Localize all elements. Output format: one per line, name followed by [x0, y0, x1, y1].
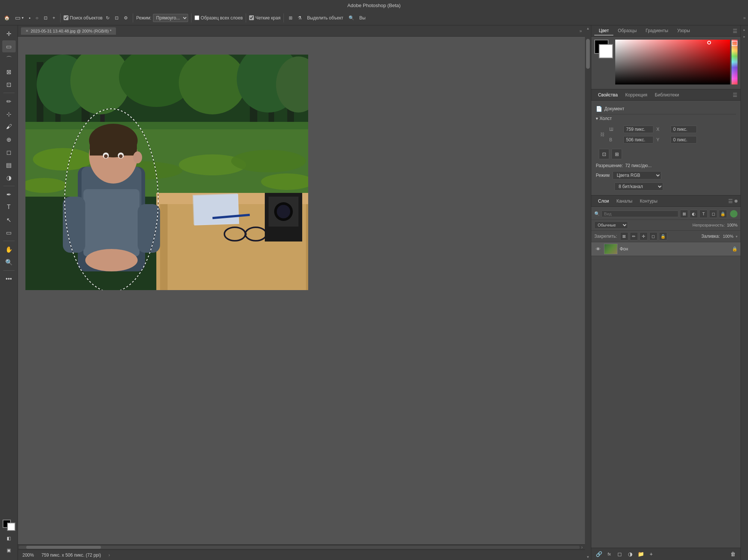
tab-paths[interactable]: Контуры	[636, 197, 661, 205]
marquee-tool[interactable]: ▭	[2, 40, 16, 52]
fx-btn[interactable]: fx	[605, 550, 614, 559]
grid-button[interactable]: ⊞	[287, 14, 294, 22]
settings-button[interactable]: ⚙	[122, 14, 130, 22]
collapse-color-btn[interactable]: ▸	[742, 27, 748, 33]
move-tool[interactable]: ✛	[2, 28, 16, 40]
blend-mode-select[interactable]: Обычные	[594, 221, 628, 229]
group-btn[interactable]: 📁	[636, 550, 645, 559]
dodge-tool[interactable]: ◑	[2, 172, 16, 184]
zoom-tool[interactable]: 🔍	[2, 256, 16, 268]
flask-button[interactable]: ⚗	[296, 14, 304, 22]
tab-patterns[interactable]: Узоры	[673, 27, 695, 36]
search-checkbox[interactable]: Поиск объектов	[64, 15, 103, 21]
lock-paint-btn[interactable]: ✏	[630, 232, 638, 240]
color-panel-menu[interactable]: ☰	[733, 28, 738, 34]
tab-libraries[interactable]: Библиотеки	[651, 91, 683, 99]
height-input[interactable]	[623, 136, 653, 144]
mask-btn[interactable]: ◻	[615, 550, 624, 559]
canvas-wrapper[interactable]	[18, 37, 585, 544]
color-gradient-container[interactable]	[615, 40, 738, 84]
tab-channels[interactable]: Каналы	[613, 197, 636, 205]
y-input[interactable]	[671, 136, 697, 144]
tab-gradients[interactable]: Градиенты	[641, 27, 672, 36]
path-select-tool[interactable]: ↖	[2, 214, 16, 226]
bg-color-swatch[interactable]	[7, 523, 15, 531]
status-expand-btn[interactable]: ›	[108, 553, 110, 558]
v-scrollbar-thumb[interactable]	[586, 39, 590, 69]
all-layers-checkbox[interactable]: Образец всех слоев	[194, 15, 243, 21]
text-tool[interactable]: T	[2, 201, 16, 213]
tab-swatches[interactable]: Образцы	[613, 27, 641, 36]
magic-wand-tool[interactable]: ⊠	[2, 66, 16, 78]
collapse-tabs-btn[interactable]: »	[579, 28, 582, 34]
filter-smart-btn[interactable]: 🔒	[719, 210, 727, 218]
saturation-brightness-gradient[interactable]	[615, 40, 730, 84]
search-icon-btn[interactable]: 🔍	[347, 14, 356, 22]
eyedropper-tool[interactable]: ✏	[2, 95, 16, 107]
document-tab[interactable]: ✕ 2023-05-31 13.40.48.jpg @ 200% (RGB/8)…	[21, 27, 116, 35]
mode-dropdown[interactable]: Цвета RGB	[613, 171, 661, 179]
filter-toggle[interactable]	[730, 210, 738, 218]
delete-layer-btn[interactable]: 🗑	[729, 550, 738, 559]
collapse-props-btn[interactable]: ▸	[742, 34, 748, 40]
layer-item-fon[interactable]: 👁 Фон 🔒	[591, 242, 741, 256]
filter-adjust-btn[interactable]: ◐	[690, 210, 698, 218]
crop-tool[interactable]: ⊡	[2, 79, 16, 90]
layers-search-input[interactable]	[601, 210, 678, 217]
select-tool-button[interactable]: ▭ ▾	[13, 13, 25, 22]
bit-depth-dropdown[interactable]: 8 бит/канал	[614, 182, 663, 191]
add-button[interactable]: +	[51, 14, 57, 22]
adjustment-btn[interactable]: ◑	[626, 550, 635, 559]
tab-adjustments[interactable]: Коррекция	[622, 91, 651, 99]
layer-visibility-icon[interactable]: 👁	[594, 245, 602, 253]
fill-dropdown-arrow[interactable]: ▾	[736, 234, 738, 239]
gradient-tool[interactable]: ▤	[2, 159, 16, 171]
canvas-right-scrollbar[interactable]: ▲ ▼	[585, 25, 591, 560]
circle-button[interactable]: ○	[34, 14, 40, 22]
scroll-right-btn[interactable]: ›	[580, 545, 584, 550]
brush-tool[interactable]: 🖌	[2, 121, 16, 133]
refresh-button[interactable]: ↻	[104, 14, 111, 22]
scrollbar-thumb[interactable]	[26, 546, 101, 549]
lock-pixels-btn[interactable]: ⊠	[620, 232, 628, 240]
tab-color[interactable]: Цвет	[594, 27, 613, 36]
shape-tool[interactable]: ▭	[2, 227, 16, 239]
canvas-icon-1[interactable]: ⊡	[599, 149, 609, 159]
filter-text-btn[interactable]: T	[699, 210, 708, 218]
screen-mode-btn[interactable]: ▣	[2, 544, 16, 556]
link-layers-btn[interactable]: 🔗	[594, 550, 603, 559]
extra-tools[interactable]: •••	[2, 273, 16, 285]
rect-button[interactable]: ▪	[27, 14, 32, 22]
new-layer-btn[interactable]: +	[647, 550, 656, 559]
sharp-edges-checkbox[interactable]: Четкие края	[249, 15, 280, 21]
canvas-icon-2[interactable]: ⊞	[611, 149, 622, 159]
tab-properties[interactable]: Свойства	[594, 91, 622, 99]
layers-panel-menu[interactable]: ☰	[728, 198, 733, 204]
filter-shape-btn[interactable]: ◻	[709, 210, 717, 218]
home-button[interactable]: 🏠	[2, 14, 12, 22]
horizontal-scrollbar[interactable]: ›	[18, 544, 585, 550]
frame-button[interactable]: ⊡	[42, 14, 49, 22]
lock-position-btn[interactable]: ✛	[640, 232, 648, 240]
clone-tool[interactable]: ⊕	[2, 133, 16, 145]
mode-select[interactable]: Прямоуго...	[153, 14, 188, 22]
select-object-button[interactable]: Выделить объект	[305, 14, 345, 22]
lock-artboard-btn[interactable]: ◻	[649, 232, 657, 240]
something-button[interactable]: ⊡	[113, 14, 120, 22]
close-icon[interactable]: ✕	[25, 29, 28, 33]
lasso-tool[interactable]: ⌒	[2, 53, 16, 65]
hand-tool[interactable]: ✋	[2, 243, 16, 255]
scroll-down-btn[interactable]: ▼	[586, 554, 590, 560]
quick-mask-btn[interactable]: ◧	[2, 532, 16, 544]
prop-panel-menu[interactable]: ☰	[733, 92, 738, 98]
healing-tool[interactable]: ⊹	[2, 108, 16, 120]
pen-tool[interactable]: ✒	[2, 188, 16, 200]
background-color[interactable]	[599, 44, 613, 58]
tab-layers[interactable]: Слои	[594, 197, 613, 205]
lock-all-btn[interactable]: 🔒	[659, 232, 667, 240]
filter-pixel-btn[interactable]: ⊠	[680, 210, 688, 218]
width-input[interactable]	[623, 126, 653, 133]
x-input[interactable]	[671, 126, 697, 133]
canvas-section-header[interactable]: ▾ Холст	[596, 114, 736, 123]
scroll-up-btn[interactable]: ▲	[586, 25, 590, 31]
